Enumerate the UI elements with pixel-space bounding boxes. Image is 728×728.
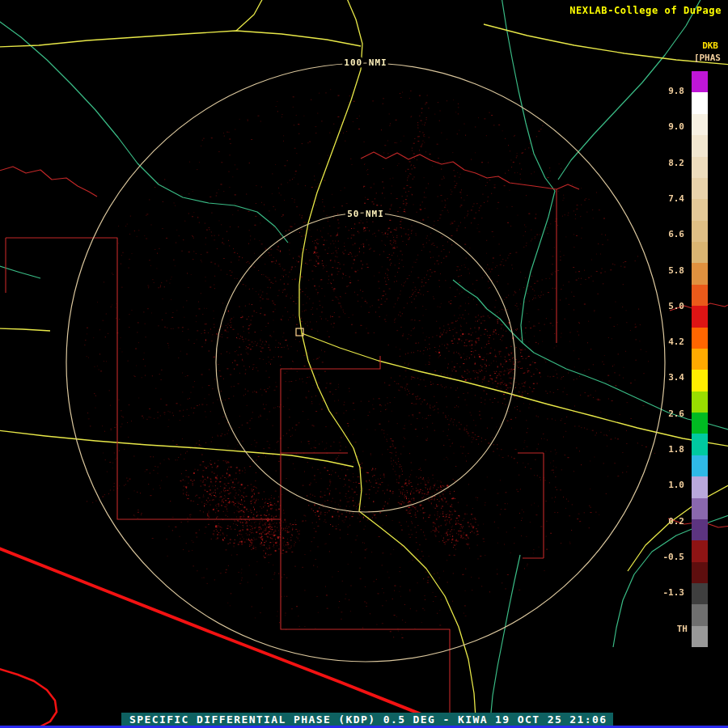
colorbar-segment xyxy=(692,92,708,113)
radar-display: 100 NMI 50 NMI NEXLAB-College of DuPage … xyxy=(0,0,728,728)
colorbar-threshold-label: TH xyxy=(677,624,688,634)
colorbar-segment xyxy=(692,285,708,306)
river xyxy=(489,555,520,728)
colorbar-segment xyxy=(692,199,708,220)
colorbar-segment xyxy=(692,157,708,178)
colorbar-segment xyxy=(692,413,708,434)
river xyxy=(613,514,728,647)
county-boundary xyxy=(0,167,97,197)
county-boundaries-layer xyxy=(0,152,728,728)
highway xyxy=(236,0,264,31)
colorbar-segment xyxy=(692,306,708,327)
colorbar-segment xyxy=(692,455,708,476)
highway xyxy=(484,24,728,65)
colorbar-segment xyxy=(692,114,708,135)
colorbar-segment xyxy=(692,476,708,497)
colorbar-segment xyxy=(692,263,708,284)
highway xyxy=(302,333,476,728)
colorbar-segment xyxy=(692,349,708,370)
highway xyxy=(628,484,728,571)
colorbar-segment xyxy=(692,519,708,540)
colorbar-segment xyxy=(692,562,708,583)
range-ring-50nmi xyxy=(216,213,515,512)
county-boundary xyxy=(361,152,579,189)
colorbar-segment xyxy=(692,392,708,413)
highway xyxy=(0,31,361,47)
highway xyxy=(299,0,362,333)
colorbar-segment xyxy=(692,328,708,349)
highway xyxy=(0,430,353,467)
colorbar-segment xyxy=(692,434,708,455)
border-river xyxy=(0,668,57,728)
colorbar-segment xyxy=(692,221,708,242)
international-border-layer xyxy=(0,547,458,728)
range-rings-layer: 100 NMI 50 NMI xyxy=(66,57,665,662)
colorbar-segment xyxy=(692,71,708,92)
colorbar-segment xyxy=(692,178,708,199)
attribution-text: NEXLAB-College of DuPage xyxy=(569,5,722,16)
colorbar xyxy=(692,71,708,647)
colorbar-scale-label: [PHAS xyxy=(694,53,721,63)
colorbar-unit-label: DKB xyxy=(702,40,718,51)
colorbar-segment xyxy=(692,135,708,156)
river xyxy=(0,19,288,243)
range-ring-100nmi xyxy=(66,63,665,662)
colorbar-segment xyxy=(692,540,708,561)
river xyxy=(453,280,728,430)
highway xyxy=(0,328,50,331)
river xyxy=(502,0,555,343)
county-boundary xyxy=(518,453,544,558)
map-svg: 100 NMI 50 NMI xyxy=(0,0,728,728)
status-bar: SPECIFIC DIFFERENTIAL PHASE (KDP) 0.5 DE… xyxy=(121,713,613,726)
colorbar-segment xyxy=(692,370,708,391)
colorbar-segment xyxy=(692,626,708,647)
rivers-layer xyxy=(0,0,728,728)
range-ring-50-label: 50 NMI xyxy=(347,209,384,219)
international-border-line xyxy=(0,547,458,728)
county-boundary xyxy=(6,238,450,728)
colorbar-segment xyxy=(692,583,708,604)
product-title: SPECIFIC DIFFERENTIAL PHASE (KDP) 0.5 DE… xyxy=(121,713,607,726)
colorbar-segment xyxy=(692,604,708,625)
colorbar-segment xyxy=(692,498,708,519)
colorbar-segment xyxy=(692,242,708,263)
range-ring-100-label: 100 NMI xyxy=(344,57,387,68)
